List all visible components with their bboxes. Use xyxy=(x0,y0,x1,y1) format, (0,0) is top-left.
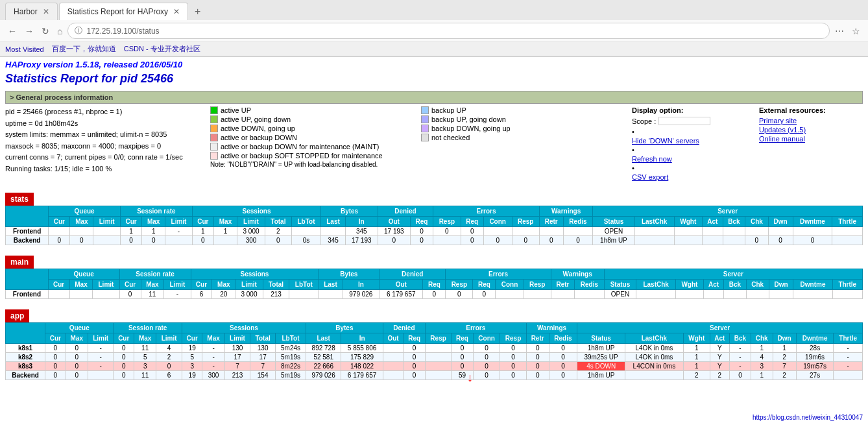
nav-bar: ← → ↻ ⌂ ⓘ 172.25.19.100/status ⋯ ☆ xyxy=(0,20,868,42)
csv-export-link[interactable]: CSV export xyxy=(632,173,749,181)
external-resources: External resources: Primary site Updates… xyxy=(759,106,863,182)
legend-area: active UP backup UP active UP, going dow… xyxy=(210,106,621,182)
legend-backup-up: backup UP xyxy=(421,106,621,114)
external-resources-header: External resources: xyxy=(759,106,863,114)
stats-table: Queue Session rate Sessions Bytes Denied… xyxy=(5,206,863,245)
section-stats: stats Queue Session rate Sessions Bytes … xyxy=(5,187,863,245)
bullet-3: • xyxy=(632,164,634,172)
lock-icon: ⓘ xyxy=(75,25,82,36)
more-options-button[interactable]: ⋯ xyxy=(832,23,847,39)
section-main: main Queue Session rate Sessions Bytes D… xyxy=(5,250,863,299)
legend-backup-down-going-up: backup DOWN, going up xyxy=(421,125,621,132)
section-stats-header: stats xyxy=(5,193,34,206)
stats-backend-row: Backend 00 00 030000s 345 17 1930 0 0000… xyxy=(6,236,863,245)
stats-frontend-row: Frontend 11- 113 0002 34517 193 00 0 OPE… xyxy=(6,227,863,236)
section-app: app Queue Session rate Sessions Bytes De… xyxy=(5,304,863,380)
info-line-3: maxsock = 8035; maxconn = 4000; maxpipes… xyxy=(5,141,200,152)
tab-haproxy-label: Statistics Report for HAProxy xyxy=(67,7,168,16)
new-tab-button[interactable]: + xyxy=(189,3,206,20)
app-k8s2-row: k8s2 00- 052 5-17175m19s 52 581 175 829 … xyxy=(6,353,863,362)
app-table: Queue Session rate Sessions Bytes Denied… xyxy=(5,322,863,380)
refresh-button[interactable]: ↻ xyxy=(39,23,52,39)
scope-input[interactable] xyxy=(658,117,710,125)
general-info-header: > General process information xyxy=(5,91,863,104)
th-session-rate: Session rate xyxy=(121,206,193,217)
info-line-4: current conns = 7; current pipes = 0/0; … xyxy=(5,152,200,163)
tab-harbor-close[interactable]: ✕ xyxy=(43,7,49,16)
th-empty xyxy=(6,206,49,227)
th-server: Server xyxy=(593,206,863,217)
main-table: Queue Session rate Sessions Bytes Denied… xyxy=(5,269,863,299)
updates-link[interactable]: Updates (v1.5) xyxy=(759,126,863,134)
app-k8s1-row: k8s1 00- 0114 19-1301305m24s 892 728 5 8… xyxy=(6,344,863,353)
section-main-header: main xyxy=(5,256,34,269)
legend-active-up: active UP xyxy=(210,106,411,114)
primary-site-link[interactable]: Primary site xyxy=(759,117,863,125)
tab-bar: Harbor ✕ Statistics Report for HAProxy ✕… xyxy=(0,0,868,20)
th-errors: Errors xyxy=(433,206,540,217)
info-line-5: Running tasks: 1/15; idle = 100 % xyxy=(5,163,200,175)
address-bar[interactable]: ⓘ 172.25.19.100/status xyxy=(67,23,830,39)
bullet-2: • xyxy=(632,146,634,154)
th-warnings: Warnings xyxy=(539,206,593,217)
scope-label: Scope : xyxy=(632,117,656,125)
tab-harbor[interactable]: Harbor ✕ xyxy=(5,3,58,20)
hide-down-servers-link[interactable]: Hide 'DOWN' servers xyxy=(632,137,749,145)
online-manual-link[interactable]: Online manual xyxy=(759,135,863,143)
browser-chrome: Harbor ✕ Statistics Report for HAProxy ✕… xyxy=(0,0,868,57)
th-denied: Denied xyxy=(378,206,433,217)
url-text: 172.25.19.100/status xyxy=(86,27,159,36)
tab-haproxy[interactable]: Statistics Report for HAProxy ✕ xyxy=(59,3,188,20)
general-info-body: pid = 25466 (process #1, nbproc = 1) upt… xyxy=(5,106,863,182)
scope-row: Scope : xyxy=(632,117,749,125)
bookmark-icon[interactable]: ☆ xyxy=(849,23,863,39)
bookmark-most-visited[interactable]: Most Visited xyxy=(5,45,44,53)
forward-button[interactable]: → xyxy=(22,23,36,39)
bookmark-baidu[interactable]: 百度一下，你就知道 xyxy=(52,44,116,54)
app-k8s3-row: k8s3 00- 030 3-778m22s 22 666 148 022 0 … xyxy=(6,362,863,371)
tab-harbor-label: Harbor xyxy=(14,7,38,16)
bullet-1: • xyxy=(632,128,634,136)
legend-active-down-going-up: active DOWN, going up xyxy=(210,125,411,132)
display-options-header: Display option: xyxy=(632,106,749,114)
app-backend-row: Backend 00 0116 193002131545m19s 979 026… xyxy=(6,371,863,380)
legend-note: Note: "NOLB"/"DRAIN" = UP with load-bala… xyxy=(210,161,621,168)
main-frontend-row: Frontend 011- 6203 000213 979 0266 179 6… xyxy=(6,290,863,299)
refresh-now-link[interactable]: Refresh now xyxy=(632,155,749,163)
bookmark-csdn[interactable]: CSDN - 专业开发者社区 xyxy=(124,44,200,54)
tab-haproxy-close[interactable]: ✕ xyxy=(173,7,180,16)
haproxy-version: HAProxy version 1.5.18, released 2016/05… xyxy=(5,60,863,69)
legend-maint: active or backup DOWN for maintenance (M… xyxy=(210,143,621,150)
page-content: HAProxy version 1.5.18, released 2016/05… xyxy=(0,60,868,380)
stats-title: Statistics Report for pid 25466 xyxy=(5,72,863,86)
display-options: Display option: Scope : • Hide 'DOWN' se… xyxy=(632,106,749,182)
th-queue: Queue xyxy=(49,206,121,217)
home-button[interactable]: ⌂ xyxy=(54,23,65,39)
th-sessions: Sessions xyxy=(192,206,321,217)
legend-soft-stopped: active or backup SOFT STOPPED for mainte… xyxy=(210,152,621,160)
back-button[interactable]: ← xyxy=(5,23,19,39)
info-line-0: pid = 25466 (process #1, nbproc = 1) xyxy=(5,106,200,118)
info-line-1: uptime = 0d 1h08m42s xyxy=(5,118,200,130)
legend-backup-up-going-down: backup UP, going down xyxy=(421,115,621,123)
legend-active-up-going-down: active UP, going down xyxy=(210,115,411,123)
down-arrow-indicator: ↓ xyxy=(467,371,473,385)
info-line-2: system limits: memmax = unlimited; ulimi… xyxy=(5,129,200,141)
info-text: pid = 25466 (process #1, nbproc = 1) upt… xyxy=(5,106,200,182)
legend-active-backup-down: active or backup DOWN xyxy=(210,134,411,141)
th-bytes: Bytes xyxy=(321,206,378,217)
bookmarks-bar: Most Visited 百度一下，你就知道 CSDN - 专业开发者社区 xyxy=(0,42,868,56)
legend-not-checked: not checked xyxy=(421,134,621,141)
section-app-header: app xyxy=(5,309,29,322)
